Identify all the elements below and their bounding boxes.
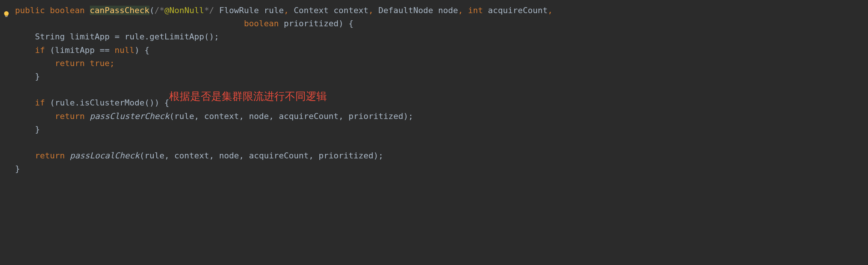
code-line[interactable]: return true; <box>15 57 868 70</box>
space <box>85 111 89 121</box>
code-line[interactable]: if (limitApp == null) { <box>15 44 868 57</box>
args: (rule, context, node, acquireCount, prio… <box>139 151 383 160</box>
param-name: node <box>438 6 458 15</box>
code-line[interactable]: public boolean canPassCheck(/*@NonNull*/… <box>15 4 868 17</box>
code-line[interactable]: if (rule.isClusterMode()) { <box>15 96 868 109</box>
static-method-call: passLocalCheck <box>70 151 139 160</box>
code-line-empty[interactable] <box>15 136 868 149</box>
cond-close: ) { <box>135 45 150 55</box>
args: (rule, context, node, acquireCount, prio… <box>169 111 413 121</box>
code-line[interactable]: boolean prioritized) { <box>15 17 868 30</box>
keyword-if: if <box>35 45 45 55</box>
keyword-if: if <box>35 98 45 107</box>
comma: , <box>369 6 374 15</box>
cond: (rule.isClusterMode()) { <box>45 98 169 107</box>
param-name: rule <box>264 6 284 15</box>
keyword-true: true <box>85 59 109 68</box>
brace-close: } <box>15 164 20 173</box>
keyword-boolean: boolean <box>244 19 279 28</box>
code-line[interactable]: } <box>15 70 868 83</box>
keyword-public: public <box>15 6 45 15</box>
brace-close: } <box>35 125 40 134</box>
code-line[interactable]: return passLocalCheck(rule, context, nod… <box>15 149 868 162</box>
keyword-boolean: boolean <box>50 6 85 15</box>
keyword-null: null <box>115 45 135 55</box>
space <box>65 151 70 160</box>
semi: ; <box>110 59 115 68</box>
brace-open: { <box>343 19 354 28</box>
paren-close: ) <box>339 19 343 28</box>
comma: , <box>284 6 289 15</box>
param-type: FlowRule <box>219 6 259 15</box>
var-name: limitApp <box>70 32 110 41</box>
brace-close: } <box>35 72 40 81</box>
code-line[interactable]: } <box>15 123 868 136</box>
type: String <box>35 32 65 41</box>
intention-bulb-icon[interactable] <box>3 8 10 15</box>
keyword-return: return <box>55 59 85 68</box>
param-name: prioritized <box>284 19 339 28</box>
cond-open: (limitApp == <box>45 45 114 55</box>
comma: , <box>547 6 552 15</box>
code-line-empty[interactable] <box>15 83 868 96</box>
assign: = <box>110 32 125 41</box>
keyword-return: return <box>35 151 65 160</box>
svg-rect-0 <box>5 16 8 17</box>
keyword-return: return <box>55 111 85 121</box>
code-line[interactable]: return passClusterCheck(rule, context, n… <box>15 110 868 123</box>
param-type: Context <box>294 6 329 15</box>
param-name: context <box>334 6 369 15</box>
param-type: DefaultNode <box>378 6 433 15</box>
code-editor[interactable]: public boolean canPassCheck(/*@NonNull*/… <box>0 4 868 175</box>
param-type: int <box>468 6 483 15</box>
code-line[interactable]: } <box>15 162 868 175</box>
param-name: acquireCount <box>488 6 547 15</box>
method-call: rule.getLimitApp(); <box>124 32 219 41</box>
static-method-call: passClusterCheck <box>90 111 169 121</box>
comment-close: */ <box>204 6 214 15</box>
code-line[interactable]: String limitApp = rule.getLimitApp(); <box>15 30 868 43</box>
paren: ( <box>150 6 154 15</box>
comma: , <box>458 6 463 15</box>
annotation-overlay: 根据是否是集群限流进行不同逻辑 <box>169 88 327 105</box>
comment-open: /* <box>154 6 165 15</box>
annotation: @NonNull <box>164 6 204 15</box>
method-name: canPassCheck <box>90 6 150 15</box>
